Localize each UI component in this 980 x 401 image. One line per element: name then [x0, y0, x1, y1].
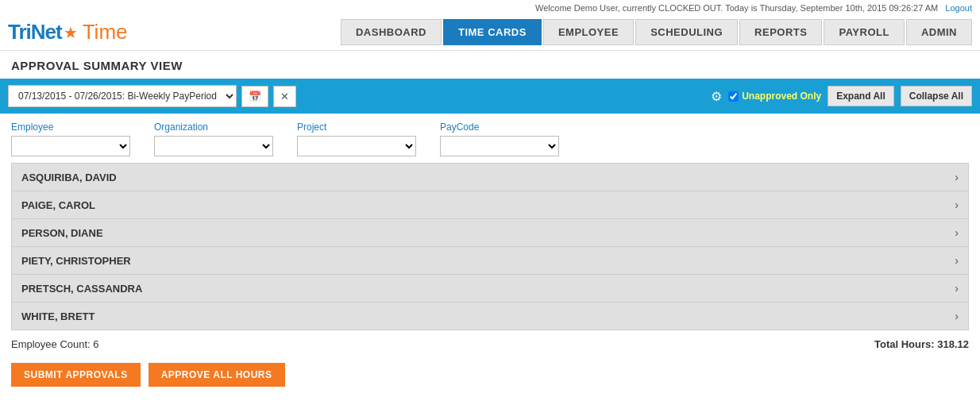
unapproved-only-checkbox[interactable]: [728, 91, 739, 102]
chevron-right-icon: ›: [955, 226, 959, 239]
total-hours-text: Total Hours: 318.12: [874, 338, 969, 350]
chevron-right-icon: ›: [955, 199, 959, 211]
employee-name: WHITE, BRETT: [21, 310, 95, 322]
toolbar: 07/13/2015 - 07/26/2015: Bi-Weekly PayPe…: [0, 79, 980, 114]
employee-count-label: Employee Count:: [11, 338, 93, 350]
unapproved-only-label: Unapproved Only: [728, 91, 821, 102]
employee-name: PRETSCH, CASSANDRA: [21, 283, 142, 295]
action-buttons: SUBMIT APPROVALS APPROVE ALL HOURS: [0, 358, 980, 398]
logo-time: Time: [83, 20, 128, 44]
employee-row[interactable]: PIETY, CHRISTOPHER ›: [12, 247, 968, 275]
filters-bar: Employee Organization Project PayCode: [0, 114, 980, 163]
date-range-select[interactable]: 07/13/2015 - 07/26/2015: Bi-Weekly PayPe…: [8, 85, 237, 107]
employee-name: ASQUIRIBA, DAVID: [21, 172, 117, 183]
settings-button[interactable]: ⚙: [711, 89, 722, 104]
employee-count-text: Employee Count: 6: [11, 338, 99, 350]
gear-icon: ⚙: [711, 90, 722, 103]
total-hours-label: Total Hours:: [874, 338, 937, 350]
employee-row[interactable]: WHITE, BRETT ›: [12, 303, 968, 330]
calendar-icon: 📅: [249, 91, 261, 102]
nav-admin[interactable]: ADMIN: [906, 19, 972, 45]
chevron-right-icon: ›: [955, 254, 959, 267]
logo-flame-icon: ★: [64, 23, 78, 42]
employee-row[interactable]: PERSON, DIANE ›: [12, 219, 968, 247]
employee-row[interactable]: PAIGE, CAROL ›: [12, 191, 968, 219]
approve-all-hours-button[interactable]: APPROVE ALL HOURS: [149, 363, 285, 387]
expand-all-button[interactable]: Expand All: [828, 86, 894, 106]
employee-filter-label: Employee: [11, 121, 130, 133]
collapse-all-button[interactable]: Collapse All: [901, 86, 972, 106]
employee-name: PIETY, CHRISTOPHER: [21, 255, 131, 267]
logo-trinet: TriNet: [8, 20, 62, 44]
welcome-text: Welcome Demo User, currently CLOCKED OUT…: [535, 3, 938, 13]
chevron-right-icon: ›: [955, 171, 959, 183]
logout-link[interactable]: Logout: [945, 3, 972, 13]
nav-scheduling[interactable]: SCHEDULING: [635, 19, 738, 45]
logo: TriNet ★ Time: [8, 20, 128, 44]
unapproved-only-text: Unapproved Only: [742, 91, 821, 102]
nav-time-cards[interactable]: TIME CARDS: [443, 19, 542, 45]
nav-employee[interactable]: EMPLOYEE: [543, 19, 634, 45]
organization-filter-group: Organization: [154, 121, 273, 156]
project-filter-group: Project: [297, 121, 416, 156]
calendar-button[interactable]: 📅: [241, 86, 268, 107]
employee-name: PERSON, DIANE: [21, 227, 103, 239]
nav-dashboard[interactable]: DASHBOARD: [341, 19, 442, 45]
employee-table: ASQUIRIBA, DAVID › PAIGE, CAROL › PERSON…: [11, 163, 969, 330]
nav-reports[interactable]: REPORTS: [739, 19, 822, 45]
employee-row[interactable]: PRETSCH, CASSANDRA ›: [12, 275, 968, 303]
paycode-filter-select[interactable]: [440, 136, 559, 156]
employee-filter-select[interactable]: [11, 136, 130, 156]
main-nav: DASHBOARD TIME CARDS EMPLOYEE SCHEDULING…: [341, 19, 972, 45]
clear-icon: ✕: [280, 91, 289, 102]
project-filter-label: Project: [297, 121, 416, 133]
organization-filter-label: Organization: [154, 121, 273, 133]
employee-name: PAIGE, CAROL: [21, 199, 95, 211]
nav-payroll[interactable]: PAYROLL: [824, 19, 904, 45]
employee-filter-group: Employee: [11, 121, 130, 156]
chevron-right-icon: ›: [955, 310, 959, 322]
employee-count-value: 6: [93, 338, 98, 350]
employee-row[interactable]: ASQUIRIBA, DAVID ›: [12, 164, 968, 191]
total-hours-value: 318.12: [937, 338, 969, 350]
chevron-right-icon: ›: [955, 282, 959, 295]
project-filter-select[interactable]: [297, 136, 416, 156]
paycode-filter-label: PayCode: [440, 121, 559, 133]
clear-button[interactable]: ✕: [273, 86, 296, 107]
organization-filter-select[interactable]: [154, 136, 273, 156]
page-title: APPROVAL SUMMARY VIEW: [0, 51, 980, 79]
paycode-filter-group: PayCode: [440, 121, 559, 156]
submit-approvals-button[interactable]: SUBMIT APPROVALS: [11, 363, 141, 387]
footer-row: Employee Count: 6 Total Hours: 318.12: [0, 330, 980, 358]
